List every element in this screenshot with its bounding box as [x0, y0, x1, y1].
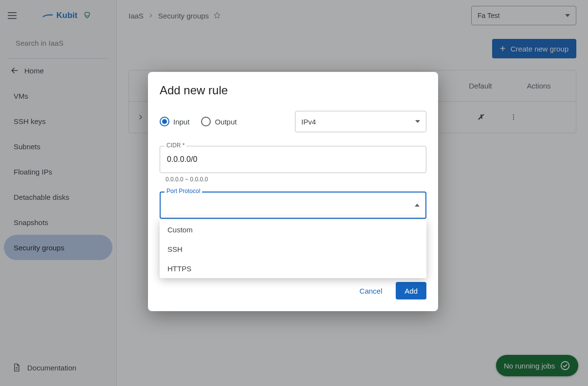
- cancel-button[interactable]: Cancel: [355, 283, 387, 299]
- chevron-up-icon: [415, 204, 420, 207]
- port-protocol-dropdown: Custom SSH HTTPS: [160, 220, 426, 278]
- radio-circle-icon: [201, 117, 211, 126]
- radio-input-label: Input: [173, 118, 189, 126]
- add-label: Add: [404, 287, 418, 295]
- cancel-label: Cancel: [360, 287, 383, 295]
- cidr-input[interactable]: [160, 146, 426, 173]
- dropdown-item-ssh[interactable]: SSH: [160, 239, 426, 259]
- chevron-down-icon: [415, 120, 420, 123]
- dropdown-item-https[interactable]: HTTPS: [160, 259, 426, 278]
- dropdown-item-custom[interactable]: Custom: [160, 220, 426, 239]
- port-protocol-label: Port Protocol: [165, 188, 202, 194]
- radio-circle-icon: [160, 117, 169, 126]
- port-protocol-select[interactable]: [160, 192, 426, 219]
- cidr-field: CIDR * 0.0.0.0 ~ 0.0.0.0: [160, 146, 426, 183]
- direction-row: Input Output IPv4: [160, 111, 426, 132]
- dialog-title: Add new rule: [160, 84, 426, 97]
- direction-radio-group: Input Output: [160, 117, 237, 126]
- cidr-label: CIDR *: [165, 142, 186, 149]
- dialog-actions: Cancel Add: [160, 282, 426, 299]
- add-button[interactable]: Add: [396, 282, 426, 299]
- add-rule-dialog: Add new rule Input Output IPv4 CIDR * 0.…: [148, 72, 438, 311]
- radio-output-label: Output: [215, 118, 237, 126]
- dropdown-item-label: HTTPS: [167, 264, 191, 273]
- dropdown-item-label: Custom: [167, 226, 193, 234]
- ip-version-select[interactable]: IPv4: [295, 111, 426, 132]
- cidr-helper: 0.0.0.0 ~ 0.0.0.0: [160, 173, 426, 183]
- radio-output[interactable]: Output: [201, 117, 237, 126]
- port-protocol-field: Port Protocol Custom SSH HTTPS: [160, 192, 426, 219]
- dropdown-item-label: SSH: [167, 245, 183, 253]
- ip-version-value: IPv4: [301, 118, 316, 126]
- radio-input[interactable]: Input: [160, 117, 189, 126]
